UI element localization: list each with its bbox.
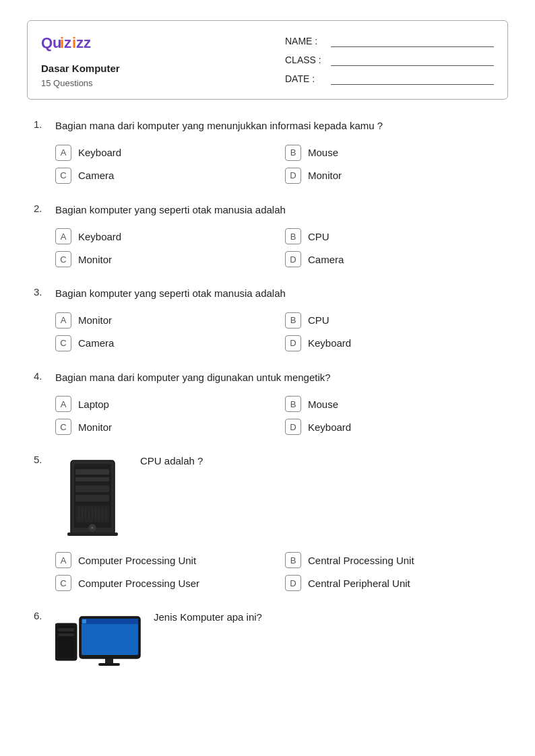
option-letter-2c: C — [55, 251, 71, 267]
question-row-1: 1. Bagian mana dari komputer yang menunj… — [34, 118, 501, 134]
option-3c: C Camera — [55, 335, 272, 351]
option-1b: B Mouse — [285, 145, 501, 161]
quizizz-logo-svg: Qu i z i zz — [41, 32, 115, 52]
name-label: NAME : — [285, 36, 325, 46]
option-text-5c: Computer Processing User — [78, 578, 199, 589]
option-text-3a: Monitor — [78, 314, 112, 326]
option-text-4a: Laptop — [78, 399, 109, 410]
option-letter-5b: B — [285, 552, 301, 568]
option-text-2d: Camera — [308, 254, 344, 265]
question-row-6: 6. — [34, 610, 501, 671]
options-grid-2: A Keyboard B CPU C Monitor D Camera — [55, 228, 501, 267]
option-letter-3d: D — [285, 335, 301, 351]
option-text-1b: Mouse — [308, 147, 338, 158]
cpu-tower-svg — [61, 457, 125, 538]
option-2c: C Monitor — [55, 251, 272, 267]
option-text-1d: Monitor — [308, 170, 342, 181]
question-text-1: Bagian mana dari komputer yang menunjukk… — [55, 118, 501, 134]
question-block-2: 2. Bagian komputer yang seperti otak man… — [34, 203, 501, 268]
option-text-1a: Keyboard — [78, 147, 121, 158]
date-field-row: DATE : — [285, 73, 494, 85]
question-block-3: 3. Bagian komputer yang seperti otak man… — [34, 286, 501, 351]
svg-text:Qu: Qu — [41, 34, 62, 51]
option-letter-5d: D — [285, 575, 301, 591]
option-text-3c: Camera — [78, 337, 114, 349]
date-label: DATE : — [285, 73, 325, 84]
option-letter-5a: A — [55, 552, 71, 568]
question-num-6: 6. — [34, 610, 49, 621]
options-grid-5: A Computer Processing Unit B Central Pro… — [55, 552, 501, 591]
svg-rect-8 — [75, 477, 109, 481]
option-2a: A Keyboard — [55, 228, 272, 244]
option-letter-3c: C — [55, 335, 71, 351]
question-text-2: Bagian komputer yang seperti otak manusi… — [55, 203, 501, 218]
name-field-row: NAME : — [285, 35, 494, 47]
q6-image-text: Jenis Komputer apa ini? — [55, 610, 501, 671]
option-5b: B Central Processing Unit — [285, 552, 501, 568]
option-letter-2d: D — [285, 251, 301, 267]
question-row-3: 3. Bagian komputer yang seperti otak man… — [34, 286, 501, 302]
option-text-5b: Central Processing Unit — [308, 555, 414, 566]
cpu-tower-image — [55, 454, 129, 541]
option-letter-1c: C — [55, 168, 71, 184]
option-3b: B CPU — [285, 312, 501, 329]
svg-rect-9 — [75, 485, 109, 492]
class-line — [331, 54, 494, 66]
svg-rect-23 — [67, 532, 118, 536]
option-2d: D Camera — [285, 251, 501, 267]
quiz-subtitle: 15 Questions — [41, 78, 120, 88]
question-block-5: 5. — [34, 454, 501, 591]
header-right: NAME : CLASS : DATE : — [285, 35, 494, 85]
svg-text:z: z — [64, 34, 71, 51]
option-letter-2a: A — [55, 228, 71, 244]
question-text-4: Bagian mana dari komputer yang digunakan… — [55, 370, 501, 386]
svg-point-22 — [91, 526, 94, 529]
option-5c: C Computer Processing User — [55, 575, 272, 591]
option-letter-3a: A — [55, 312, 71, 329]
option-letter-1d: D — [285, 168, 301, 184]
class-label: CLASS : — [285, 55, 325, 65]
logo: Qu i z i zz — [41, 32, 120, 52]
q5-image-text: CPU adalah ? — [55, 454, 501, 541]
option-letter-5c: C — [55, 575, 71, 591]
option-text-4b: Mouse — [308, 399, 338, 410]
question-num-1: 1. — [34, 118, 49, 130]
question-text-3: Bagian komputer yang seperti otak manusi… — [55, 286, 501, 302]
option-text-2a: Keyboard — [78, 231, 121, 242]
question-row-5: 5. — [34, 454, 501, 541]
svg-rect-26 — [58, 628, 74, 631]
option-4c: C Monitor — [55, 419, 272, 435]
svg-rect-33 — [98, 663, 120, 666]
quiz-title: Dasar Komputer — [41, 63, 120, 74]
option-5d: D Central Peripheral Unit — [285, 575, 501, 591]
option-letter-1a: A — [55, 145, 71, 161]
svg-rect-10 — [75, 495, 109, 502]
svg-rect-30 — [82, 619, 138, 624]
class-field-row: CLASS : — [285, 54, 494, 66]
options-grid-4: A Laptop B Mouse C Monitor D Keyboard — [55, 396, 501, 435]
question-text-5: CPU adalah ? — [140, 454, 501, 469]
option-3a: A Monitor — [55, 312, 272, 329]
question-num-3: 3. — [34, 286, 49, 298]
name-line — [331, 35, 494, 47]
header-box: Qu i z i zz Dasar Komputer 15 Questions … — [27, 20, 508, 100]
desktop-monitor-svg — [55, 613, 143, 671]
option-text-3d: Keyboard — [308, 337, 351, 349]
option-letter-3b: B — [285, 312, 301, 329]
option-text-4d: Keyboard — [308, 421, 351, 433]
option-letter-4a: A — [55, 396, 71, 412]
options-grid-1: A Keyboard B Mouse C Camera D Monitor — [55, 145, 501, 184]
question-block-6: 6. — [34, 610, 501, 671]
option-letter-4d: D — [285, 419, 301, 435]
option-letter-4c: C — [55, 419, 71, 435]
option-1d: D Monitor — [285, 168, 501, 184]
option-5a: A Computer Processing Unit — [55, 552, 272, 568]
page: Qu i z i zz Dasar Komputer 15 Questions … — [0, 0, 535, 710]
question-text-6: Jenis Komputer apa ini? — [154, 610, 501, 625]
option-letter-1b: B — [285, 145, 301, 161]
option-text-2c: Monitor — [78, 254, 112, 265]
option-letter-4b: B — [285, 396, 301, 412]
option-1c: C Camera — [55, 168, 272, 184]
svg-rect-31 — [82, 619, 86, 623]
question-block-1: 1. Bagian mana dari komputer yang menunj… — [34, 118, 501, 184]
